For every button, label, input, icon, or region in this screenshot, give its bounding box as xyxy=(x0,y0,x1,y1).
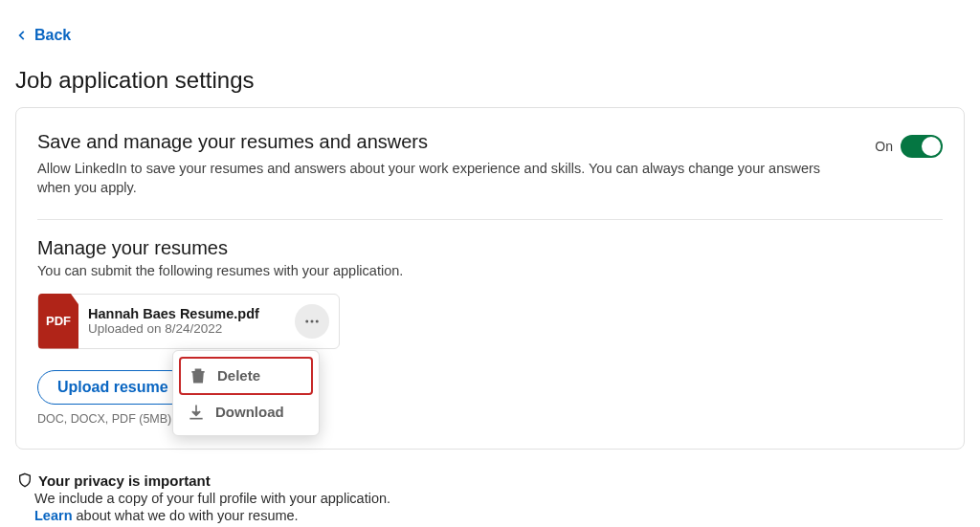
trash-icon xyxy=(189,366,208,385)
save-toggle[interactable] xyxy=(901,135,943,158)
back-label: Back xyxy=(34,27,71,44)
manage-section-title: Manage your resumes xyxy=(37,237,943,259)
privacy-learn-link[interactable]: Learn xyxy=(34,508,73,523)
page-title: Job application settings xyxy=(15,67,965,94)
toggle-state-label: On xyxy=(875,139,893,154)
resume-item: PDF Hannah Baes Resume.pdf Uploaded on 8… xyxy=(37,294,340,349)
privacy-line2-rest: about what we do with your resume. xyxy=(73,508,299,523)
svg-point-0 xyxy=(305,319,308,322)
chevron-left-icon xyxy=(15,29,29,42)
dropdown-download-label: Download xyxy=(215,404,284,420)
download-icon xyxy=(187,403,206,422)
toggle-knob xyxy=(922,137,941,156)
save-section-title: Save and manage your resumes and answers xyxy=(37,131,832,153)
privacy-title: Your privacy is important xyxy=(38,472,211,489)
svg-point-2 xyxy=(316,319,319,322)
divider xyxy=(37,219,943,220)
dropdown-delete-label: Delete xyxy=(217,367,260,384)
shield-icon xyxy=(17,472,33,488)
privacy-line1: We include a copy of your full profile w… xyxy=(34,491,965,506)
upload-resume-button[interactable]: Upload resume xyxy=(37,370,189,405)
pdf-badge: PDF xyxy=(38,294,78,349)
privacy-section: Your privacy is important We include a c… xyxy=(15,472,965,523)
back-button[interactable]: Back xyxy=(15,27,71,44)
save-section-desc: Allow LinkedIn to save your resumes and … xyxy=(37,159,832,198)
more-icon xyxy=(303,313,321,330)
settings-card: Save and manage your resumes and answers… xyxy=(15,107,965,450)
svg-point-1 xyxy=(311,319,314,322)
resume-more-button[interactable] xyxy=(295,304,329,339)
dropdown-download[interactable]: Download xyxy=(179,395,313,429)
manage-section-desc: You can submit the following resumes wit… xyxy=(37,263,943,278)
resume-file-meta: Uploaded on 8/24/2022 xyxy=(88,321,285,336)
resume-file-name: Hannah Baes Resume.pdf xyxy=(88,306,285,321)
dropdown-delete[interactable]: Delete xyxy=(179,357,313,395)
resume-dropdown: Delete Download xyxy=(172,350,320,436)
